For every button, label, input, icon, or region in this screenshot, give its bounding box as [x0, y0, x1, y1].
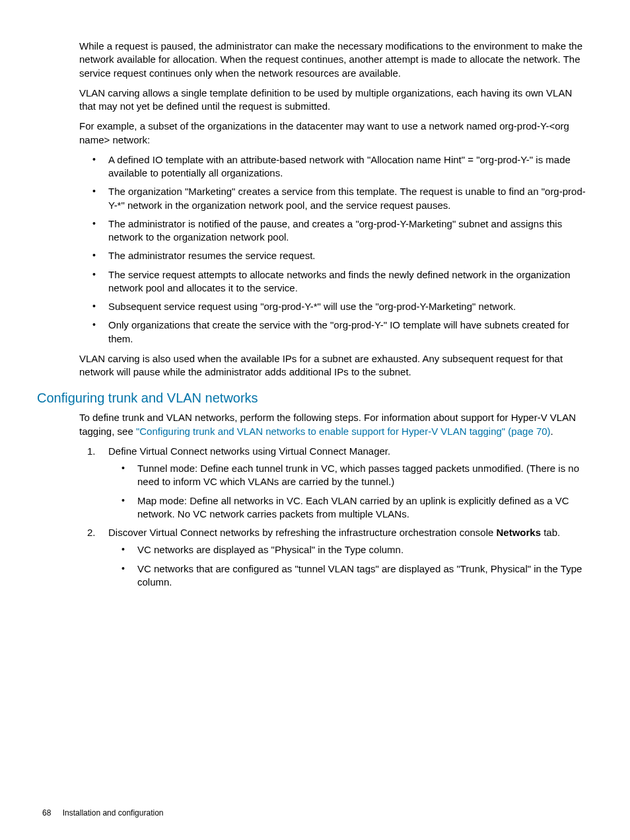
list-item: The administrator resumes the service re… [92, 249, 588, 262]
list-item: Discover Virtual Connect networks by ref… [79, 526, 588, 589]
inner-bullet-list: VC networks are displayed as "Physical" … [108, 543, 588, 589]
list-item: Only organizations that create the servi… [92, 319, 588, 346]
inner-bullet-list: Tunnel mode: Define each tunnel trunk in… [108, 462, 588, 521]
list-item: Define Virtual Connect networks using Vi… [79, 445, 588, 521]
page-content: While a request is paused, the administr… [79, 40, 588, 379]
step-text: Discover Virtual Connect networks by ref… [108, 527, 497, 538]
list-item: A defined IO template with an attribute-… [92, 153, 588, 180]
step-text: tab. [541, 527, 560, 538]
ordered-list: Define Virtual Connect networks using Vi… [79, 445, 588, 589]
paragraph: For example, a subset of the organizatio… [79, 120, 588, 147]
section-content: To define trunk and VLAN networks, perfo… [79, 411, 588, 589]
bullet-list: A defined IO template with an attribute-… [92, 153, 588, 346]
bold-text: Networks [497, 527, 542, 538]
page-number: 68 [42, 808, 51, 818]
list-item: Tunnel mode: Define each tunnel trunk in… [122, 462, 588, 489]
section-heading: Configuring trunk and VLAN networks [37, 391, 588, 406]
text: . [551, 426, 553, 437]
paragraph: To define trunk and VLAN networks, perfo… [79, 411, 588, 438]
list-item: Map mode: Define all networks in VC. Eac… [122, 494, 588, 521]
list-item: Subsequent service request using "org-pr… [92, 300, 588, 313]
footer-title: Installation and configuration [63, 808, 164, 818]
list-item: The service request attempts to allocate… [92, 268, 588, 295]
paragraph: VLAN carving is also used when the avail… [79, 352, 588, 379]
paragraph: VLAN carving allows a single template de… [79, 87, 588, 114]
step-text: Define Virtual Connect networks using Vi… [108, 445, 390, 457]
paragraph: While a request is paused, the administr… [79, 40, 588, 80]
list-item: VC networks that are configured as "tunn… [122, 562, 588, 590]
list-item: The organization "Marketing" creates a s… [92, 185, 588, 212]
page-footer: 68 Installation and configuration [42, 808, 163, 818]
list-item: The administrator is notified of the pau… [92, 217, 588, 245]
list-item: VC networks are displayed as "Physical" … [122, 543, 588, 556]
cross-reference-link[interactable]: "Configuring trunk and VLAN networks to … [136, 426, 551, 437]
